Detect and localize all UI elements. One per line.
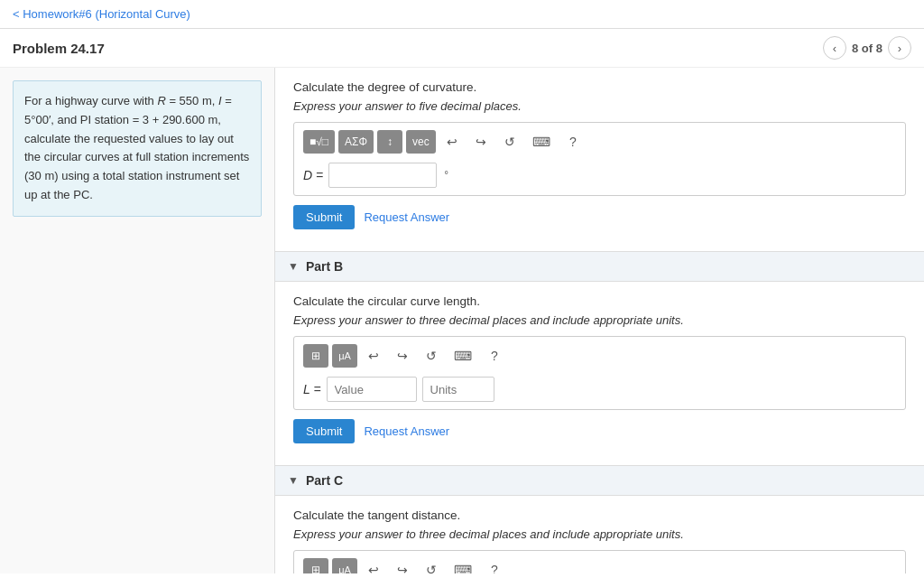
undo-btn-b[interactable]: ↩ xyxy=(361,344,386,368)
part-a-section: Calculate the degree of curvature. Expre… xyxy=(293,80,906,238)
mu-btn-c[interactable]: μA xyxy=(332,558,357,573)
help-btn-c[interactable]: ? xyxy=(482,558,507,573)
refresh-btn-b[interactable]: ↺ xyxy=(419,344,444,368)
vec-btn[interactable]: vec xyxy=(406,130,436,154)
toolbar-a: ■√□ ΑΣΦ ↕ vec ↩ ↪ ↺ ⌨ ? xyxy=(303,130,896,154)
grid-btn-c[interactable]: ⊞ xyxy=(303,558,328,573)
part-b-header: ▼ Part B xyxy=(275,251,924,282)
value-input-b[interactable] xyxy=(327,377,417,402)
action-row-a: Submit Request Answer xyxy=(293,205,906,229)
help-btn-a[interactable]: ? xyxy=(560,130,586,154)
redo-btn-a[interactable]: ↪ xyxy=(468,130,494,154)
intro-question: Calculate the degree of curvature. xyxy=(293,80,906,94)
keyboard-btn-a[interactable]: ⌨ xyxy=(526,130,557,154)
redo-btn-c[interactable]: ↪ xyxy=(390,558,415,573)
mu-btn-b[interactable]: μA xyxy=(332,344,357,368)
redo-btn-b[interactable]: ↪ xyxy=(390,344,415,368)
submit-btn-a[interactable]: Submit xyxy=(293,205,355,229)
part-c-header: ▼ Part C xyxy=(275,465,924,496)
prev-page-button[interactable]: ‹ xyxy=(823,36,846,60)
top-nav: Homework#6 (Horizontal Curve) xyxy=(0,0,924,29)
nav-arrows: ‹ 8 of 8 › xyxy=(823,36,911,60)
undo-btn-c[interactable]: ↩ xyxy=(361,558,386,573)
request-answer-link-b[interactable]: Request Answer xyxy=(364,424,449,438)
keyboard-btn-b[interactable]: ⌨ xyxy=(448,344,478,368)
next-page-button[interactable]: › xyxy=(888,36,911,60)
help-btn-b[interactable]: ? xyxy=(482,344,507,368)
toolbar-c: ⊞ μA ↩ ↪ ↺ ⌨ ? xyxy=(303,558,896,573)
collapse-arrow-b[interactable]: ▼ xyxy=(288,260,299,273)
eq-label-b: L = xyxy=(303,382,321,396)
page-count: 8 of 8 xyxy=(852,42,882,55)
part-b-content: Calculate the circular curve length. Exp… xyxy=(293,294,906,452)
eq-label-a: D = xyxy=(303,168,323,182)
alpha-btn[interactable]: ΑΣΦ xyxy=(338,130,374,154)
part-c-label: Part C xyxy=(306,473,343,488)
submit-btn-b[interactable]: Submit xyxy=(293,419,355,443)
degree-symbol-a: ° xyxy=(444,169,448,182)
problem-box: For a highway curve with R = 550 m, I = … xyxy=(13,80,262,217)
part-c-content: Calculate the tangent distance. Express … xyxy=(293,508,906,573)
part-b-question: Calculate the circular curve length. xyxy=(293,294,906,308)
refresh-btn-a[interactable]: ↺ xyxy=(497,130,522,154)
units-input-b[interactable] xyxy=(422,377,494,402)
arrow-updown-btn[interactable]: ↕ xyxy=(377,130,402,154)
answer-box-a: ■√□ ΑΣΦ ↕ vec ↩ ↪ ↺ ⌨ ? D = ° xyxy=(293,122,906,196)
sqrt-btn[interactable]: ■√□ xyxy=(303,130,335,154)
request-answer-link-a[interactable]: Request Answer xyxy=(364,210,449,224)
content-area: Calculate the degree of curvature. Expre… xyxy=(275,68,924,573)
action-row-b: Submit Request Answer xyxy=(293,419,906,443)
collapse-arrow-c[interactable]: ▼ xyxy=(288,474,299,487)
problem-title: Problem 24.17 xyxy=(13,41,105,56)
input-row-b: L = xyxy=(303,377,896,402)
answer-box-b: ⊞ μA ↩ ↪ ↺ ⌨ ? L = xyxy=(293,336,906,410)
sidebar: For a highway curve with R = 550 m, I = … xyxy=(0,68,275,573)
part-b-instruction: Express your answer to three decimal pla… xyxy=(293,313,906,327)
part-c-instruction: Express your answer to three decimal pla… xyxy=(293,527,906,541)
part-b-label: Part B xyxy=(306,259,343,274)
answer-box-c: ⊞ μA ↩ ↪ ↺ ⌨ ? T = xyxy=(293,550,906,573)
back-link[interactable]: Homework#6 (Horizontal Curve) xyxy=(13,7,190,21)
refresh-btn-c[interactable]: ↺ xyxy=(419,558,444,573)
problem-text: For a highway curve with R = 550 m, I = … xyxy=(24,94,249,201)
part-c-question: Calculate the tangent distance. xyxy=(293,508,906,522)
undo-btn-a[interactable]: ↩ xyxy=(439,130,465,154)
problem-header: Problem 24.17 ‹ 8 of 8 › xyxy=(0,29,924,68)
toolbar-b: ⊞ μA ↩ ↪ ↺ ⌨ ? xyxy=(303,344,896,368)
intro-instruction: Express your answer to five decimal plac… xyxy=(293,99,906,113)
grid-btn-b[interactable]: ⊞ xyxy=(303,344,328,368)
answer-input-a[interactable] xyxy=(328,163,437,188)
keyboard-btn-c[interactable]: ⌨ xyxy=(448,558,478,573)
main-layout: For a highway curve with R = 550 m, I = … xyxy=(0,68,924,573)
input-row-a: D = ° xyxy=(303,163,896,188)
